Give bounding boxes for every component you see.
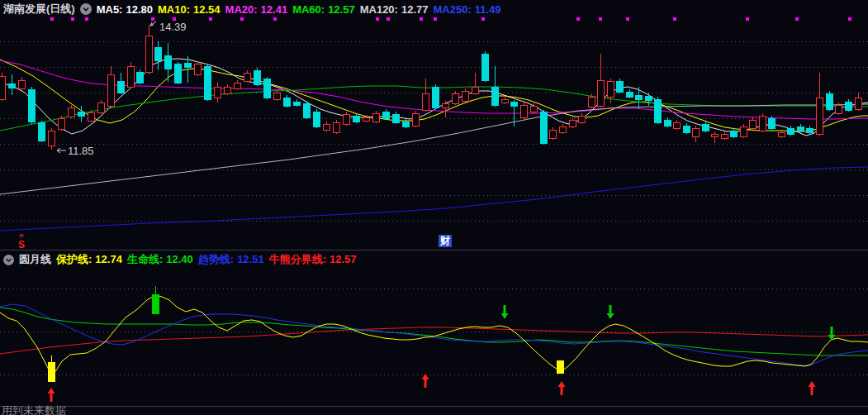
candlestick [646,96,652,100]
candlestick [684,126,690,132]
candlestick [579,116,586,122]
instrument-title: 湖南发展(日线) [3,2,75,17]
indicator-title: 圆月线 [19,252,51,267]
ma20-legend: MA20:12.41 [225,3,288,16]
event-tick [599,17,602,21]
event-tick [746,17,749,21]
candlestick [550,130,557,138]
candlestick [165,55,172,69]
candlestick [0,76,6,99]
event-tick [673,17,676,21]
candlestick [443,103,449,107]
candlestick [627,92,633,97]
signal-arrow-up [809,381,816,395]
candlestick [108,74,115,106]
candlestick [19,80,26,88]
candlestick [244,73,251,81]
candlestick [722,134,728,138]
candlestick [703,124,709,131]
ma120-legend: MA120:12.77 [360,3,429,16]
candlestick [363,117,370,121]
candlestick [836,105,842,113]
candlestick [598,80,605,106]
candlestick [88,112,95,121]
candlestick [760,116,766,131]
niuxiong-legend: 牛熊分界线:12.57 [269,252,357,267]
candlestick [531,106,538,112]
candlestick [608,81,614,97]
price-annotation: 11.85 [68,145,94,157]
signal-candle [557,360,564,374]
signal-arrow-up [558,381,566,395]
qushixian-legend: 趋势线:12.51 [198,252,264,267]
collapse-chevron-icon[interactable] [80,3,92,15]
event-tick [420,17,423,21]
ma250-legend: MA250:11.49 [433,3,500,16]
candlestick [49,131,55,145]
signal-candle [152,294,159,314]
candlestick [769,118,776,128]
candlestick [807,128,813,132]
candlestick [665,120,671,126]
event-tick [387,17,390,21]
candlestick [617,81,624,92]
candlestick [294,102,301,105]
candlestick [274,93,281,99]
candlestick [827,93,833,109]
candlestick [128,66,135,87]
candlestick [492,87,499,105]
candlestick [453,93,459,103]
candlestick [655,99,662,122]
indicator-panel-header: 圆月线 保护线:12.74 生命线:12.40 趋势线:12.51 牛熊分界线:… [3,251,357,268]
candlestick [39,122,45,141]
candlestick [798,126,804,131]
signal-arrow-up [422,374,429,388]
event-tick [209,17,212,21]
candlestick [413,113,420,126]
ma60-legend: MA60:12.57 [292,3,355,16]
candlestick [502,99,509,103]
baohuxian-legend: 保护线:12.74 [56,252,122,267]
event-tick [626,17,629,21]
event-tick [85,17,88,21]
candlestick [472,87,479,93]
candlestick [731,131,738,136]
candlestick [779,132,785,136]
candlestick [344,114,350,124]
price-panel-header: 湖南发展(日线) MA5:12.80 MA10:12.54 MA20:12.41… [3,1,501,17]
candlestick [403,122,410,126]
candlestick [741,126,747,136]
candlestick [29,89,36,122]
signal-arrow-down [501,305,509,319]
candlestick [383,112,390,118]
price-annotation: 14.39 [159,21,187,33]
candlestick [570,120,576,126]
future-data-note: 用到未来数据 [2,403,66,415]
candlestick [78,112,85,116]
chevron-down-icon [80,3,92,15]
shengmingxian-legend: 生命线:12.40 [127,252,193,267]
candlestick [636,95,643,99]
collapse-chevron-icon[interactable] [3,255,14,265]
candlestick [373,113,380,122]
candlestick [235,83,241,88]
candlestick [9,83,16,88]
indicator-line-趋势线 [0,304,868,365]
candlestick [118,81,125,93]
candlestick [146,36,153,72]
event-tick [376,17,379,21]
candlestick [137,72,144,83]
candlestick [788,128,794,134]
candlestick [462,91,469,101]
candlestick [846,102,852,110]
chart-canvas[interactable]: 14.3911.85S [0,0,868,415]
candlestick [175,64,182,83]
candlestick [693,128,700,136]
event-tick [273,17,277,21]
candlestick [712,134,719,136]
signal-arrow-down [607,305,614,319]
candlestick [254,70,261,84]
candlestick [750,120,757,128]
event-tick [434,17,437,21]
candlestick [185,63,192,67]
